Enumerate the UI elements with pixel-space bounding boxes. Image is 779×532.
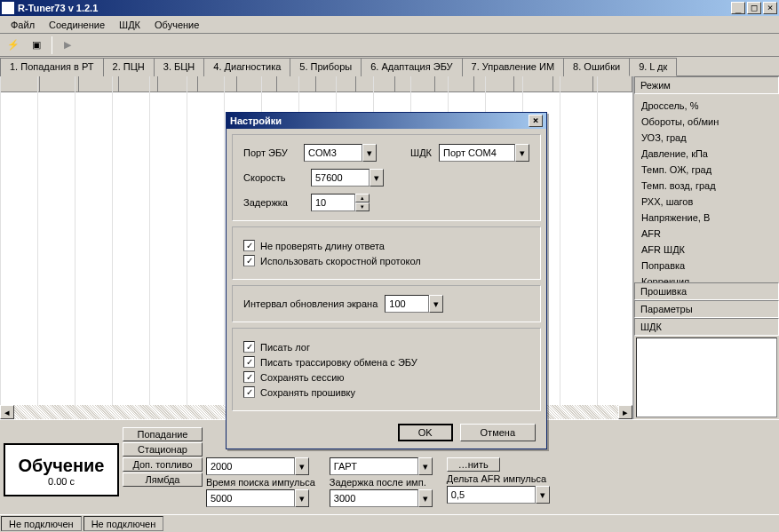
ok-button[interactable]: OK bbox=[398, 424, 453, 441]
teach-time: 0.00 с bbox=[5, 476, 117, 487]
tab-gauges[interactable]: 5. Приборы bbox=[290, 58, 362, 76]
side-firmware-header[interactable]: Прошивка bbox=[634, 282, 779, 300]
param-throttle[interactable]: Дроссель, % bbox=[638, 98, 775, 114]
menu-shdk[interactable]: ШДК bbox=[112, 18, 147, 32]
side-parameters-header[interactable]: Параметры bbox=[634, 300, 779, 318]
interval-select[interactable] bbox=[385, 295, 429, 313]
spin-down-icon[interactable]: ▾ bbox=[355, 202, 370, 211]
chevron-down-icon[interactable]: ▾ bbox=[295, 489, 309, 507]
param-airtemp[interactable]: Темп. возд, град bbox=[638, 178, 775, 194]
chk-log-label: Писать лог bbox=[260, 342, 310, 353]
param-uoz[interactable]: УОЗ, град bbox=[638, 130, 775, 146]
chevron-down-icon[interactable]: ▾ bbox=[418, 457, 433, 475]
teach-label: Обучение bbox=[5, 456, 117, 476]
menu-file[interactable]: Файл bbox=[4, 18, 42, 32]
statusbar: Не подключен Не подключен bbox=[0, 514, 779, 532]
play-icon[interactable]: ▶ bbox=[58, 36, 77, 55]
side-shdk-header[interactable]: ШДК bbox=[634, 318, 779, 336]
stationary-button[interactable]: Стационар bbox=[123, 442, 203, 457]
record-icon[interactable]: ▣ bbox=[27, 36, 46, 55]
hit-button[interactable]: Попадание bbox=[123, 427, 203, 441]
chevron-down-icon[interactable]: ▾ bbox=[515, 144, 529, 162]
apply-button[interactable]: …нить bbox=[447, 457, 500, 472]
side-panel: Режим Дроссель, % Обороты, об/мин УОЗ, г… bbox=[632, 76, 779, 419]
side-readout-box bbox=[636, 337, 777, 417]
tab-adapt[interactable]: 6. Адаптация ЭБУ bbox=[361, 58, 462, 76]
param-pressure[interactable]: Давление, кПа bbox=[638, 146, 775, 162]
spin-up-icon[interactable]: ▴ bbox=[355, 194, 370, 202]
chevron-down-icon[interactable]: ▾ bbox=[536, 486, 550, 504]
speed-select[interactable] bbox=[311, 169, 370, 187]
tab-diag[interactable]: 4. Диагностика bbox=[203, 58, 290, 76]
chk-trace[interactable]: ✓ bbox=[243, 356, 255, 368]
field1-label: Время поиска импульса bbox=[206, 477, 315, 488]
speed-label: Скорость bbox=[243, 172, 304, 183]
chk-save-fw[interactable]: ✓ bbox=[243, 386, 255, 398]
close-button[interactable]: × bbox=[763, 2, 777, 14]
titlebar: R-Tuner73 v 1.2.1 _ □ × bbox=[0, 0, 779, 16]
teach-box: Обучение 0.00 с bbox=[4, 443, 119, 496]
chevron-down-icon[interactable]: ▾ bbox=[429, 295, 443, 313]
status-2: Не подключен bbox=[83, 516, 164, 531]
field3-input[interactable] bbox=[447, 486, 536, 504]
chk-no-length[interactable]: ✓ bbox=[243, 240, 255, 251]
field2b-input[interactable] bbox=[330, 457, 418, 475]
fuel-button[interactable]: Доп. топливо bbox=[123, 457, 203, 472]
interval-label: Интервал обновления экрана bbox=[243, 298, 378, 309]
field0-input[interactable] bbox=[206, 457, 295, 475]
tab-ldk[interactable]: 9. L дк bbox=[629, 58, 677, 76]
lambda-button[interactable]: Лямбда bbox=[123, 472, 203, 487]
window-title: R-Tuner73 v 1.2.1 bbox=[18, 3, 729, 13]
param-voltage[interactable]: Напряжение, В bbox=[638, 210, 775, 226]
tab-errors[interactable]: 8. Ошибки bbox=[563, 58, 630, 76]
dialog-title: Настройки bbox=[230, 115, 282, 126]
param-iac[interactable]: РХХ, шагов bbox=[638, 194, 775, 210]
field1-input[interactable] bbox=[206, 489, 295, 507]
chk-save-session[interactable]: ✓ bbox=[243, 371, 255, 383]
chk-log[interactable]: ✓ bbox=[243, 341, 255, 353]
chevron-down-icon[interactable]: ▾ bbox=[418, 489, 433, 507]
field3-label: Дельта AFR импульса bbox=[447, 473, 550, 484]
chk-fast-proto[interactable]: ✓ bbox=[243, 255, 255, 266]
menu-connection[interactable]: Соединение bbox=[42, 18, 112, 32]
shdk-label: ШДК bbox=[410, 147, 432, 158]
tab-pcn[interactable]: 2. ПЦН bbox=[103, 58, 155, 76]
tab-bcn[interactable]: 3. БЦН bbox=[154, 58, 205, 76]
chk-no-length-label: Не проверять длину ответа bbox=[260, 241, 385, 251]
chk-fast-proto-label: Использовать скоростной протокол bbox=[260, 256, 421, 266]
dialog-close-icon[interactable]: × bbox=[529, 115, 543, 127]
delay-label: Задержка bbox=[243, 197, 304, 208]
param-correction[interactable]: Поправка bbox=[638, 258, 775, 274]
param-afr[interactable]: AFR bbox=[638, 226, 775, 242]
tab-hits[interactable]: 1. Попадания в РТ bbox=[0, 58, 104, 76]
param-corr2[interactable]: Коррекция bbox=[638, 274, 775, 282]
param-coolant[interactable]: Темп. ОЖ, град bbox=[638, 162, 775, 178]
field2-input[interactable] bbox=[330, 489, 418, 507]
scroll-left-icon[interactable]: ◂ bbox=[0, 405, 14, 419]
shdk-select[interactable] bbox=[439, 144, 515, 162]
chevron-down-icon[interactable]: ▾ bbox=[295, 457, 309, 475]
menu-training[interactable]: Обучение bbox=[147, 18, 206, 32]
param-rpm[interactable]: Обороты, об/мин bbox=[638, 114, 775, 130]
scroll-right-icon[interactable]: ▸ bbox=[618, 405, 632, 419]
chk-save-session-label: Сохранять сессию bbox=[260, 372, 345, 383]
side-mode-header[interactable]: Режим bbox=[634, 76, 779, 94]
minimize-button[interactable]: _ bbox=[731, 2, 745, 14]
menubar: Файл Соединение ШДК Обучение bbox=[0, 16, 779, 34]
port-select[interactable] bbox=[304, 144, 362, 162]
status-1: Не подключен bbox=[1, 516, 82, 531]
side-param-list: Дроссель, % Обороты, об/мин УОЗ, град Да… bbox=[634, 94, 779, 282]
chk-trace-label: Писать трассировку обмена с ЭБУ bbox=[260, 357, 417, 368]
chevron-down-icon[interactable]: ▾ bbox=[370, 169, 384, 187]
delay-input[interactable] bbox=[311, 194, 355, 211]
port-label: Порт ЭБУ bbox=[243, 147, 297, 158]
settings-dialog: Настройки × Порт ЭБУ ▾ ШДК ▾ Скорость ▾ … bbox=[226, 112, 547, 449]
tab-control[interactable]: 7. Управление ИМ bbox=[462, 58, 565, 76]
param-afr-shdk[interactable]: AFR ШДК bbox=[638, 242, 775, 258]
maximize-button[interactable]: □ bbox=[747, 2, 761, 14]
cancel-button[interactable]: Отмена bbox=[460, 424, 536, 441]
chevron-down-icon[interactable]: ▾ bbox=[362, 144, 377, 162]
connect-icon[interactable]: ⚡ bbox=[4, 36, 23, 55]
chk-save-fw-label: Сохранять прошивку bbox=[260, 387, 355, 398]
field2-label: Задержка после имп. bbox=[330, 477, 433, 488]
